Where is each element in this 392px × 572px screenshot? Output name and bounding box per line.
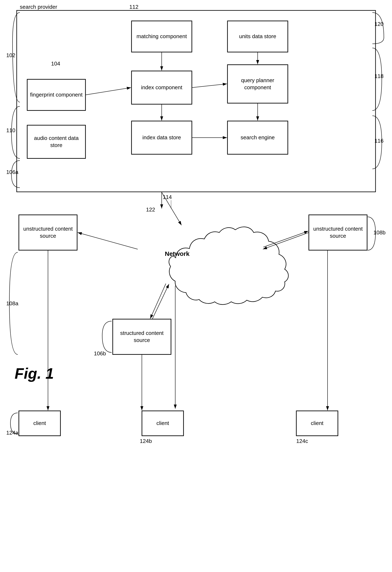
audio-content-data-store-box: audio content data store	[27, 125, 85, 159]
fingerprint-component-box: fingerprint component	[27, 79, 85, 111]
svg-line-25	[263, 231, 308, 247]
search-engine-text: search engine	[241, 134, 275, 141]
matching-component-text: matching component	[136, 33, 187, 40]
audio-content-text: audio content data store	[30, 135, 83, 149]
svg-line-28	[152, 284, 169, 319]
label-124a: 124a	[6, 429, 18, 436]
label-116: 116	[375, 138, 383, 144]
label-110: 110	[6, 127, 15, 134]
label-108a: 108a	[6, 300, 18, 307]
client-b-box: client	[142, 411, 184, 436]
svg-line-24	[263, 233, 309, 249]
label-120: 120	[375, 21, 383, 27]
label-112: 112	[129, 4, 138, 10]
label-122: 122	[146, 207, 155, 213]
unstructured-right-text: unstructured content source	[311, 225, 365, 239]
client-c-box: client	[296, 411, 338, 436]
index-data-store-box: index data store	[131, 121, 192, 154]
label-102: 102	[6, 52, 15, 59]
label-124b: 124b	[140, 438, 152, 444]
search-provider-label: search provider	[20, 4, 57, 10]
unstructured-content-source-left-box: unstructured content source	[19, 215, 77, 250]
svg-line-27	[150, 284, 166, 319]
svg-line-18	[192, 84, 227, 88]
units-data-store-text: units data store	[239, 33, 276, 40]
structured-content-source-box: structured content source	[113, 319, 171, 354]
index-component-text: index component	[141, 84, 182, 91]
label-124c: 124c	[296, 438, 308, 444]
index-component-box: index component	[131, 71, 192, 104]
query-planner-text: query planner component	[230, 77, 285, 91]
label-106a: 106a	[6, 169, 18, 175]
client-a-box: client	[19, 411, 61, 436]
unstructured-left-text: unstructured content source	[21, 225, 75, 239]
units-data-store-box: units data store	[228, 21, 288, 52]
svg-line-23	[78, 233, 138, 249]
search-engine-box: search engine	[228, 121, 288, 154]
matching-component-box: matching component	[131, 21, 192, 52]
client-a-text: client	[33, 420, 46, 427]
network-label: Network	[165, 250, 189, 257]
diagram-container: search provider 102 104 110 106a 118 116…	[0, 0, 392, 572]
label-108b: 108b	[374, 229, 386, 236]
label-104: 104	[51, 61, 60, 67]
client-b-text: client	[156, 420, 169, 427]
label-106b: 106b	[94, 350, 106, 357]
fingerprint-component-text: fingerprint component	[30, 91, 82, 98]
label-114: 114	[163, 194, 172, 200]
client-c-text: client	[311, 420, 324, 427]
query-planner-box: query planner component	[228, 65, 288, 103]
index-data-store-text: index data store	[142, 134, 181, 141]
label-118: 118	[375, 73, 383, 79]
structured-content-text: structured content source	[115, 330, 169, 344]
svg-line-14	[85, 88, 131, 95]
figure-label: Fig. 1	[15, 365, 54, 382]
unstructured-content-source-right-box: unstructured content source	[309, 215, 367, 250]
